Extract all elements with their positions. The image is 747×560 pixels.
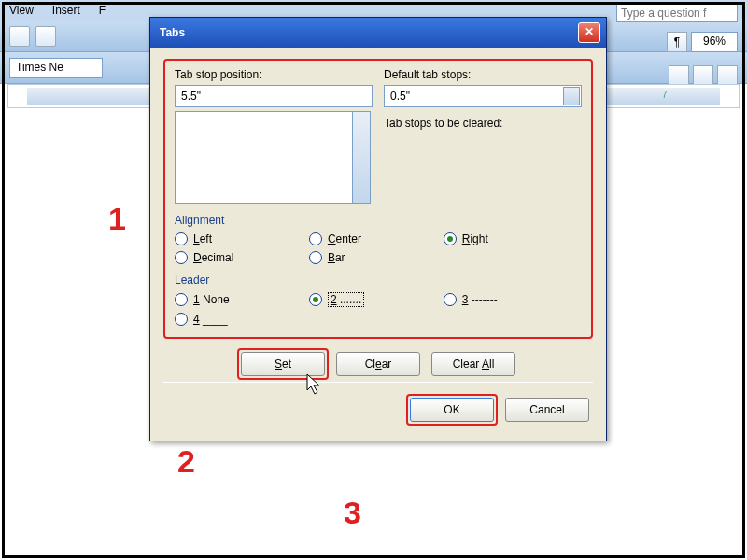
alignment-left[interactable]: LLefteft bbox=[175, 232, 309, 245]
annotation-number-1: 1 bbox=[108, 201, 126, 237]
default-tab-stops-label: Default tab stops: bbox=[384, 68, 582, 81]
tabs-dialog: Tabs ✕ Tab stop position: Default tab st… bbox=[149, 17, 607, 441]
default-tab-stops-input[interactable] bbox=[384, 85, 582, 107]
alignment-decimal[interactable]: Decimal bbox=[175, 251, 309, 264]
decrease-indent-icon[interactable] bbox=[717, 65, 738, 86]
list-indent-icons bbox=[669, 65, 738, 86]
leader-4-underline[interactable]: 4 ____ bbox=[175, 313, 309, 326]
leader-2-dots[interactable]: 2 ....... bbox=[309, 292, 444, 307]
tab-stop-position-label: Tab stop position: bbox=[175, 68, 373, 81]
menu-insert[interactable]: Insert bbox=[52, 4, 80, 17]
numbered-list-icon[interactable] bbox=[669, 65, 689, 86]
alignment-group-label: Alignment bbox=[175, 214, 582, 227]
leader-radios: 1 None 2 ....... 3 ------- 4 ____ bbox=[175, 292, 582, 326]
ruler-tick-7: 7 bbox=[662, 90, 668, 100]
set-button[interactable]: Set bbox=[241, 352, 325, 376]
clear-all-button[interactable]: Clear All bbox=[431, 352, 515, 376]
leader-3-dashes[interactable]: 3 ------- bbox=[444, 292, 578, 307]
menu-format-partial[interactable]: F bbox=[99, 4, 106, 17]
zoom-control: ¶ 96% bbox=[667, 32, 738, 52]
annotation-number-3: 3 bbox=[344, 495, 361, 531]
ok-button[interactable]: OK bbox=[410, 398, 494, 422]
menu-view[interactable]: View bbox=[9, 4, 34, 17]
close-icon[interactable]: ✕ bbox=[578, 22, 600, 43]
show-paragraph-icon[interactable]: ¶ bbox=[667, 32, 687, 52]
dialog-titlebar[interactable]: Tabs ✕ bbox=[150, 18, 606, 48]
print-icon[interactable] bbox=[35, 26, 56, 47]
leader-1-none[interactable]: 1 None bbox=[175, 292, 309, 307]
tab-stop-position-input[interactable] bbox=[175, 85, 373, 107]
alignment-center[interactable]: Center bbox=[309, 232, 444, 245]
clear-button[interactable]: Clear bbox=[336, 352, 420, 376]
help-search-input[interactable] bbox=[616, 4, 738, 22]
alignment-bar[interactable]: Bar bbox=[309, 251, 444, 264]
cancel-button[interactable]: Cancel bbox=[505, 398, 589, 422]
annotation-number-2: 2 bbox=[177, 443, 195, 480]
font-name-combo[interactable]: Times Ne bbox=[9, 58, 103, 78]
tab-stops-cleared-label: Tab stops to be cleared: bbox=[384, 117, 582, 130]
tab-stops-listbox[interactable] bbox=[175, 111, 371, 204]
leader-group-label: Leader bbox=[175, 273, 582, 287]
zoom-value[interactable]: 96% bbox=[691, 32, 738, 52]
dialog-title: Tabs bbox=[160, 26, 578, 39]
bulleted-list-icon[interactable] bbox=[693, 65, 713, 86]
alignment-right[interactable]: Right bbox=[444, 232, 578, 245]
annotation-box-1: Tab stop position: Default tab stops: Ta… bbox=[163, 59, 593, 339]
print-preview-icon[interactable] bbox=[9, 26, 30, 47]
alignment-radios: LLefteft Center Right Decimal Bar bbox=[175, 232, 582, 264]
